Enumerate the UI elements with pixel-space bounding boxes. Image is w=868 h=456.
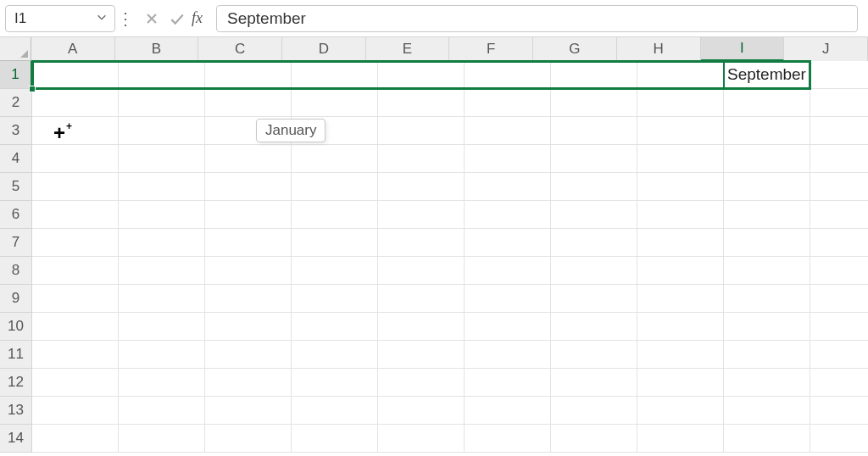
cell[interactable]	[32, 425, 119, 453]
row-header[interactable]: 14	[0, 425, 32, 453]
cell[interactable]	[119, 369, 205, 397]
cell[interactable]	[292, 369, 378, 397]
cell[interactable]	[637, 397, 724, 425]
cell[interactable]	[119, 173, 205, 201]
cell[interactable]	[465, 397, 551, 425]
row-header[interactable]: 2	[0, 89, 32, 117]
row-header[interactable]: 12	[0, 369, 32, 397]
cell[interactable]	[551, 117, 637, 145]
cell[interactable]	[378, 397, 465, 425]
cell[interactable]	[205, 145, 292, 173]
cell[interactable]	[724, 201, 810, 229]
cell[interactable]	[724, 145, 810, 173]
fill-handle[interactable]	[29, 86, 36, 92]
cell[interactable]	[292, 201, 378, 229]
cell[interactable]	[292, 145, 378, 173]
formula-input[interactable]: September	[216, 5, 858, 32]
cell[interactable]	[292, 173, 378, 201]
cell[interactable]	[119, 145, 205, 173]
cell[interactable]	[32, 397, 119, 425]
cell[interactable]	[810, 425, 868, 453]
row-header[interactable]: 5	[0, 173, 32, 201]
cell[interactable]	[465, 229, 551, 257]
cell[interactable]	[810, 173, 868, 201]
cell[interactable]	[292, 313, 378, 341]
cell[interactable]	[378, 117, 465, 145]
cell[interactable]	[292, 89, 378, 117]
chevron-down-icon[interactable]	[96, 10, 108, 27]
cell[interactable]	[119, 341, 205, 369]
cell[interactable]	[637, 145, 724, 173]
cell[interactable]	[637, 425, 724, 453]
cell[interactable]	[119, 89, 205, 117]
cell[interactable]	[32, 341, 119, 369]
cell[interactable]	[378, 145, 465, 173]
cell[interactable]	[465, 61, 551, 89]
cell[interactable]	[637, 89, 724, 117]
cell[interactable]	[551, 201, 637, 229]
cell[interactable]	[292, 425, 378, 453]
cell[interactable]	[724, 313, 810, 341]
cell[interactable]	[465, 173, 551, 201]
row-header[interactable]: 1	[0, 61, 32, 89]
cells[interactable]: September++ January	[32, 61, 868, 453]
cell[interactable]	[551, 369, 637, 397]
cell[interactable]	[465, 201, 551, 229]
column-header[interactable]: A	[31, 37, 115, 61]
cell[interactable]	[378, 425, 465, 453]
cell[interactable]	[637, 61, 724, 89]
cell[interactable]	[119, 117, 205, 145]
column-header[interactable]: E	[366, 37, 450, 61]
cell[interactable]	[810, 285, 868, 313]
cell[interactable]	[205, 285, 292, 313]
cell[interactable]	[465, 425, 551, 453]
column-header[interactable]: J	[784, 37, 868, 61]
cell[interactable]	[205, 397, 292, 425]
cell[interactable]	[810, 117, 868, 145]
cell[interactable]	[32, 285, 119, 313]
cell[interactable]: September	[724, 61, 810, 89]
cell[interactable]	[292, 397, 378, 425]
cancel-icon[interactable]	[141, 8, 163, 30]
cell[interactable]	[551, 397, 637, 425]
cell[interactable]	[551, 89, 637, 117]
cell[interactable]	[378, 369, 465, 397]
cell[interactable]	[637, 117, 724, 145]
cell[interactable]	[724, 229, 810, 257]
cell[interactable]	[119, 257, 205, 285]
cell[interactable]	[32, 173, 119, 201]
cell[interactable]	[810, 341, 868, 369]
cell[interactable]	[205, 369, 292, 397]
cell[interactable]	[810, 369, 868, 397]
cell[interactable]	[292, 341, 378, 369]
row-header[interactable]: 4	[0, 145, 32, 173]
cell[interactable]	[810, 89, 868, 117]
cell[interactable]	[637, 201, 724, 229]
cell[interactable]	[810, 201, 868, 229]
cell[interactable]	[551, 425, 637, 453]
cell[interactable]	[378, 201, 465, 229]
fx-label[interactable]: fx	[192, 9, 203, 27]
cell[interactable]	[465, 257, 551, 285]
cell[interactable]	[724, 341, 810, 369]
cell[interactable]	[378, 285, 465, 313]
cell[interactable]	[637, 341, 724, 369]
cell[interactable]	[378, 257, 465, 285]
cell[interactable]	[724, 89, 810, 117]
cell[interactable]	[205, 313, 292, 341]
cell[interactable]	[119, 229, 205, 257]
cell[interactable]	[551, 61, 637, 89]
cell[interactable]	[119, 397, 205, 425]
vertical-dots-icon[interactable]: ⋮	[117, 10, 134, 27]
cell[interactable]	[378, 341, 465, 369]
cell[interactable]	[724, 117, 810, 145]
cell[interactable]	[32, 229, 119, 257]
cell[interactable]	[637, 285, 724, 313]
column-header[interactable]: H	[617, 37, 701, 61]
cell[interactable]	[205, 89, 292, 117]
cell[interactable]	[551, 285, 637, 313]
cell[interactable]	[551, 341, 637, 369]
cell[interactable]	[32, 145, 119, 173]
row-header[interactable]: 3	[0, 117, 32, 145]
row-header[interactable]: 9	[0, 285, 32, 313]
